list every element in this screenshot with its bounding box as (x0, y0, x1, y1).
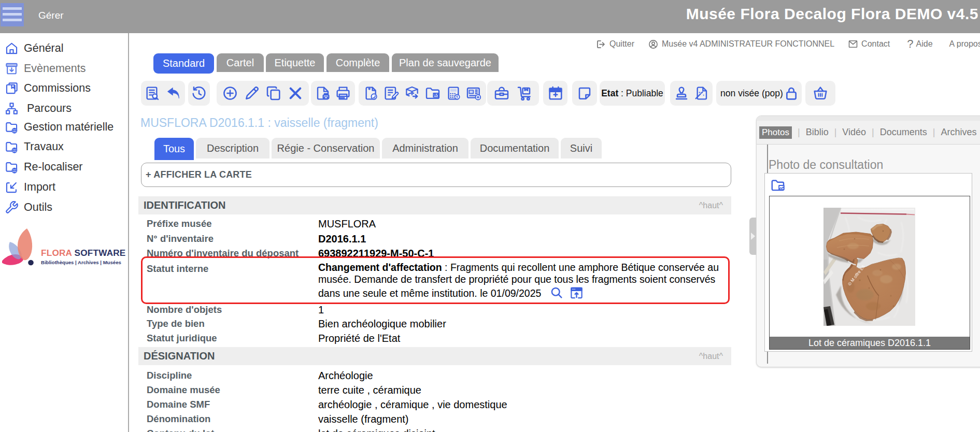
svg-text:Bibliothèques | Archives | Mus: Bibliothèques | Archives | Musées (41, 260, 121, 265)
svg-text:FLORA SOFTWARE: FLORA SOFTWARE (41, 248, 126, 258)
